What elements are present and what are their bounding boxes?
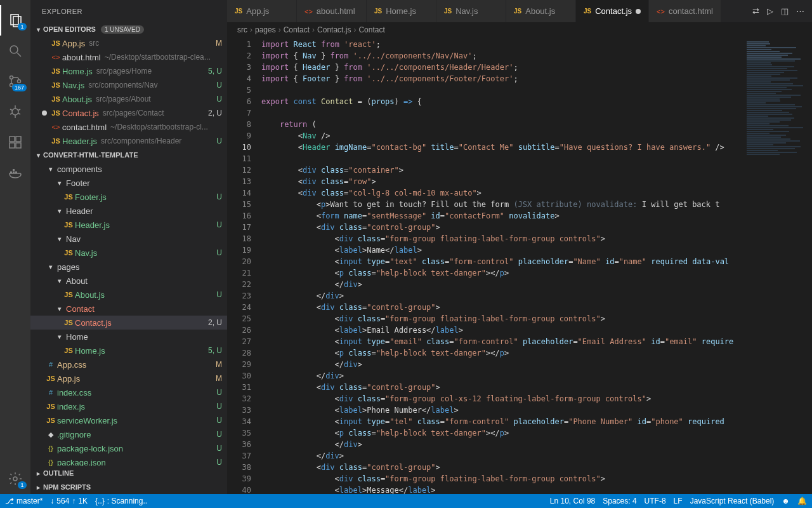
file-item[interactable]: ◆.gitignoreU [30,427,227,441]
file-path: src/pages/Home [96,67,152,76]
compare-icon[interactable]: ⇄ [752,6,759,16]
search-icon[interactable] [0,36,30,66]
file-icon: <> [304,8,313,15]
code-editor[interactable]: 1234567891011121314151617181920212223242… [227,37,812,494]
settings-icon[interactable]: 1 [0,464,30,494]
open-editor-item[interactable]: JSAbout.jssrc/pages/AboutU [30,92,227,106]
folder-item[interactable]: ▾components [30,162,227,176]
open-editor-item[interactable]: JSHome.jssrc/pages/Home5, U [30,64,227,78]
file-item[interactable]: JSHeader.jsU [30,218,227,232]
file-item[interactable]: JSNav.jsU [30,246,227,260]
file-status: U [216,81,222,90]
folder-item[interactable]: ▾Nav [30,232,227,246]
cursor-position[interactable]: Ln 10, Col 98 [550,497,595,505]
editor-tab[interactable]: JSContact.js [576,0,649,22]
file-icon: {} [44,458,57,466]
file-icon: JS [49,95,62,103]
file-item[interactable]: {}package-lock.jsonU [30,441,227,455]
open-editor-item[interactable]: JSHeader.jssrc/components/HeaderU [30,134,227,148]
svg-line-11 [10,113,13,114]
file-item[interactable]: JSHome.js5, U [30,344,227,358]
folder-item[interactable]: ▾Footer [30,176,227,190]
svg-line-3 [17,53,21,57]
folder-item[interactable]: ▾Header [30,204,227,218]
source-control-icon[interactable]: 167 [0,66,30,97]
sync-indicator[interactable]: ↓564 ↑1K [50,497,88,505]
file-item[interactable]: JSContact.js2, U [30,316,227,330]
outline-header[interactable]: ▸ OUTLINE [30,466,227,480]
editor-tab[interactable]: JSNav.js [436,0,506,22]
breadcrumb-item[interactable]: src [237,25,247,34]
activity-bar: 1 167 1 [0,0,30,494]
editor-tab[interactable]: <>contact.html [649,0,721,22]
open-editor-item[interactable]: JSContact.jssrc/pages/Contact2, U [30,106,227,120]
file-item[interactable]: JSindex.jsU [30,399,227,413]
file-item[interactable]: #App.cssM [30,358,227,371]
item-name: Footer.js [75,192,107,202]
breadcrumb-item[interactable]: Contact.js [317,25,351,34]
run-icon[interactable]: ▷ [767,6,773,16]
npm-header[interactable]: ▸ NPM SCRIPTS [30,480,227,494]
editor-tab[interactable]: JSHome.js [367,0,436,22]
open-editors-header[interactable]: ▾ OPEN EDITORS 1 UNSAVED [30,22,227,36]
more-icon[interactable]: ⋯ [796,6,804,16]
folder-item[interactable]: ▾About [30,274,227,288]
file-item[interactable]: JSserviceWorker.jsU [30,413,227,427]
item-name: .gitignore [57,430,91,439]
scan-indicator[interactable]: {..} : Scanning.. [95,497,147,505]
editor-tab[interactable]: JSAbout.js [506,0,576,22]
svg-point-7 [12,109,18,115]
code-content[interactable]: import React from 'react';import { Nav }… [261,37,742,494]
item-name: App.css [57,360,86,370]
file-status: U [216,430,222,439]
language-indicator[interactable]: JavaScript React (Babel) [690,497,775,505]
folder-item[interactable]: ▾Home [30,330,227,344]
editor-tab[interactable]: <>about.html [297,0,367,22]
docker-icon[interactable] [0,157,30,188]
chevron-down-icon: ▾ [33,152,43,159]
breadcrumb-item[interactable]: Contact [284,25,310,34]
project-tree: ▾components▾FooterJSFooter.jsU▾HeaderJSH… [30,162,227,466]
breadcrumb-item[interactable]: pages [255,25,276,34]
branch-indicator[interactable]: ⎇ master* [5,497,43,505]
file-name: Nav.js [62,81,84,90]
tab-label: contact.html [669,6,713,16]
extensions-icon[interactable] [0,127,30,157]
open-editor-item[interactable]: <>contact.html~/Desktop/startbootstrap-c… [30,120,227,134]
open-editor-item[interactable]: <>about.html~/Desktop/startbootstrap-cle… [30,50,227,64]
chevron-down-icon: ▾ [53,305,66,313]
minimap[interactable] [742,37,812,494]
editor-tab[interactable]: JSApp.js [227,0,297,22]
file-item[interactable]: JSApp.jsM [30,371,227,385]
feedback-icon[interactable]: ☻ [782,497,790,505]
breadcrumb[interactable]: src›pages›Contact›Contact.js›Contact [227,22,812,37]
file-status: 5, U [208,67,222,76]
file-icon: JS [44,417,57,424]
open-editor-item[interactable]: JSApp.jssrcM [30,36,227,50]
debug-icon[interactable] [0,97,30,127]
file-status: U [216,458,222,466]
notifications-icon[interactable]: 🔔 [797,497,807,505]
encoding-indicator[interactable]: UTF-8 [645,497,666,505]
svg-line-12 [18,113,20,114]
indent-indicator[interactable]: Spaces: 4 [603,497,636,505]
breadcrumb-item[interactable]: Contact [358,25,384,34]
split-icon[interactable]: ◫ [781,6,789,16]
file-item[interactable]: {}package.jsonU [30,455,227,466]
folder-item[interactable]: ▾pages [30,260,227,274]
open-editor-item[interactable]: JSNav.jssrc/components/NavU [30,78,227,92]
file-icon: JS [49,137,62,145]
project-label: CONVERT-HTML-TEMPLATE [43,151,138,159]
project-header[interactable]: ▾ CONVERT-HTML-TEMPLATE [30,148,227,162]
file-status: U [216,388,222,397]
file-item[interactable]: JSFooter.jsU [30,190,227,204]
folder-item[interactable]: ▾Contact [30,302,227,316]
explorer-icon[interactable]: 1 [0,5,30,36]
dirty-indicator [42,110,47,116]
unsaved-badge: 1 UNSAVED [101,25,144,34]
item-name: package.json [57,458,106,467]
file-item[interactable]: JSAbout.jsU [30,288,227,302]
svg-line-9 [10,109,13,110]
file-item[interactable]: #index.cssU [30,385,227,399]
eol-indicator[interactable]: LF [674,497,683,505]
